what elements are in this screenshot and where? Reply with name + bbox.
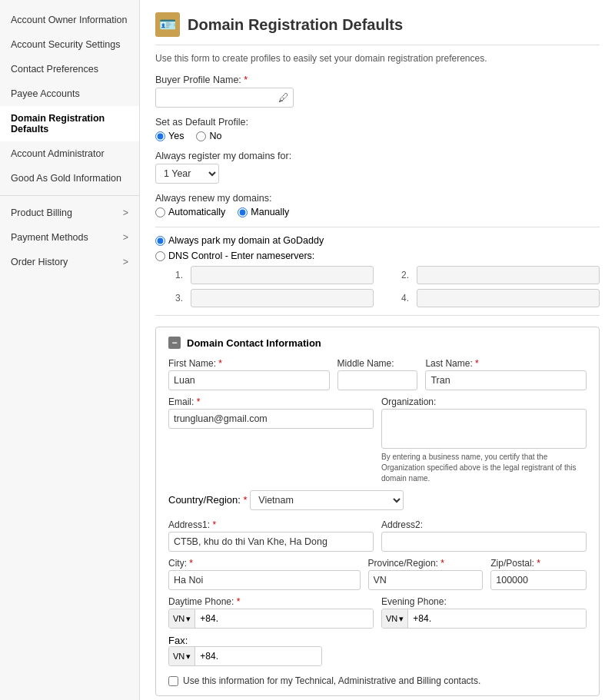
dns-input-3[interactable] [191, 289, 374, 307]
renew-auto-radio[interactable] [155, 207, 165, 217]
city-input[interactable] [168, 570, 361, 590]
daytime-phone-label: Daytime Phone: * [168, 596, 374, 607]
buyer-profile-input[interactable] [155, 88, 294, 108]
default-yes-radio[interactable] [155, 131, 165, 141]
use-info-checkbox[interactable] [168, 676, 178, 686]
address2-label: Address2: [381, 519, 587, 530]
renew-manual-option[interactable]: Manually [238, 207, 289, 217]
renew-manual-radio[interactable] [238, 207, 248, 217]
country-select[interactable]: Vietnam United States United Kingdom [250, 490, 404, 510]
last-name-group: Last Name: * [425, 358, 587, 390]
country-label: Country/Region: * [168, 494, 250, 506]
contact-card: − Domain Contact Information First Name:… [155, 327, 600, 696]
middle-name-input[interactable] [337, 370, 418, 390]
province-input[interactable] [368, 570, 484, 590]
org-label: Organization: [381, 396, 587, 407]
sidebar-item-contact-prefs[interactable]: Contact Preferences [0, 57, 139, 81]
evening-phone-box: VN ▾ [381, 609, 587, 629]
dns-input-2[interactable] [417, 266, 600, 284]
middle-name-group: Middle Name: [337, 358, 418, 390]
dropdown-arrow: ▾ [186, 614, 191, 624]
evening-phone-input[interactable] [408, 609, 586, 628]
buyer-profile-section: Buyer Profile Name: * 🖊 [155, 75, 600, 108]
phone-row: Daytime Phone: * VN ▾ Evening Phone: VN [168, 596, 587, 629]
default-no-option[interactable]: No [196, 131, 221, 141]
dropdown-arrow: ▾ [399, 614, 404, 624]
default-profile-section: Set as Default Profile: Yes No [155, 117, 600, 141]
buyer-profile-label: Buyer Profile Name: * [155, 75, 600, 85]
city-label: City: * [168, 558, 361, 569]
zip-input[interactable] [490, 570, 587, 590]
first-name-group: First Name: * [168, 358, 330, 390]
address1-input[interactable] [168, 532, 374, 552]
divider-2 [155, 315, 600, 316]
default-yes-option[interactable]: Yes [155, 131, 184, 141]
sidebar-item-payee-accounts[interactable]: Payee Accounts [0, 81, 139, 106]
city-row: City: * Province/Region: * Zip/Postal: * [168, 558, 587, 590]
renew-label: Always renew my domains: [155, 193, 600, 204]
first-name-input[interactable] [168, 370, 330, 390]
default-no-radio[interactable] [196, 131, 206, 141]
register-select[interactable]: 1 Year 2 Years 3 Years 5 Years 10 Years [155, 164, 219, 184]
zip-label: Zip/Postal: * [490, 558, 587, 569]
daytime-phone-input[interactable] [195, 609, 373, 628]
sidebar-item-domain-reg[interactable]: Domain Registration Defaults [0, 106, 139, 141]
evening-flag-select[interactable]: VN ▾ [382, 609, 408, 628]
collapse-icon[interactable]: − [168, 337, 181, 349]
country-section: Country/Region: * Vietnam United States … [168, 490, 587, 510]
sidebar-item-order-history[interactable]: Order History > [0, 250, 139, 274]
first-name-label: First Name: * [168, 358, 330, 369]
dns-input-4[interactable] [417, 289, 600, 307]
zip-group: Zip/Postal: * [490, 558, 587, 590]
dropdown-arrow: ▾ [186, 652, 191, 662]
sidebar-item-payment-methods[interactable]: Payment Methods > [0, 225, 139, 250]
last-name-input[interactable] [425, 370, 587, 390]
use-info-checkbox-label[interactable]: Use this information for my Technical, A… [168, 675, 587, 686]
address-row: Address1: * Address2: [168, 519, 587, 552]
province-group: Province/Region: * [368, 558, 484, 590]
email-label: Email: * [168, 396, 374, 407]
daytime-phone-group: Daytime Phone: * VN ▾ [168, 596, 374, 629]
fax-section: Fax: VN ▾ [168, 635, 587, 666]
last-name-label: Last Name: * [425, 358, 587, 369]
province-label: Province/Region: * [368, 558, 484, 569]
sidebar-divider [0, 195, 139, 196]
dns-inputs-wrap: 1. 2. 3. 4. [171, 266, 600, 307]
sidebar-item-good-as-gold[interactable]: Good As Gold Information [0, 166, 139, 191]
renew-auto-option[interactable]: Automatically [155, 207, 225, 217]
org-input[interactable] [381, 409, 587, 449]
register-label: Always register my domains for: [155, 151, 600, 161]
email-input[interactable] [168, 409, 374, 429]
page-header: 🪪 Domain Registration Defaults [155, 12, 600, 45]
sidebar-item-account-owner[interactable]: Account Owner Information [0, 8, 139, 32]
dns-radio[interactable] [155, 251, 165, 261]
fax-label: Fax: [168, 635, 188, 646]
sidebar-item-account-admin[interactable]: Account Administrator [0, 141, 139, 166]
buyer-profile-input-wrap: 🖊 [155, 88, 294, 108]
profile-icon: 🖊 [278, 91, 289, 104]
arrow-icon: > [123, 207, 128, 218]
fax-flag-select[interactable]: VN ▾ [169, 647, 195, 665]
default-profile-radio-group: Yes No [155, 131, 600, 141]
dns-option[interactable]: DNS Control - Enter nameservers: [155, 250, 600, 261]
renew-section: Always renew my domains: Automatically M… [155, 193, 600, 217]
park-radio[interactable] [155, 236, 165, 246]
fax-box: VN ▾ [168, 646, 322, 666]
arrow-icon: > [123, 257, 128, 267]
page-title: Domain Registration Defaults [188, 16, 403, 34]
city-group: City: * [168, 558, 361, 590]
dns-input-1[interactable] [191, 266, 374, 284]
default-profile-label: Set as Default Profile: [155, 117, 600, 128]
sidebar-item-product-billing[interactable]: Product Billing > [0, 201, 139, 225]
address2-input[interactable] [381, 532, 587, 552]
contact-card-header: − Domain Contact Information [168, 337, 587, 349]
fax-input[interactable] [195, 647, 321, 665]
name-row: First Name: * Middle Name: Last Name: * [168, 358, 587, 390]
park-option[interactable]: Always park my domain at GoDaddy [155, 235, 600, 246]
daytime-flag-select[interactable]: VN ▾ [169, 609, 195, 628]
sidebar-item-account-security[interactable]: Account Security Settings [0, 32, 139, 57]
dns-row-2: 3. 4. [171, 289, 600, 307]
email-group: Email: * [168, 396, 374, 484]
arrow-icon: > [123, 232, 128, 243]
sidebar: Account Owner Information Account Securi… [0, 0, 140, 700]
